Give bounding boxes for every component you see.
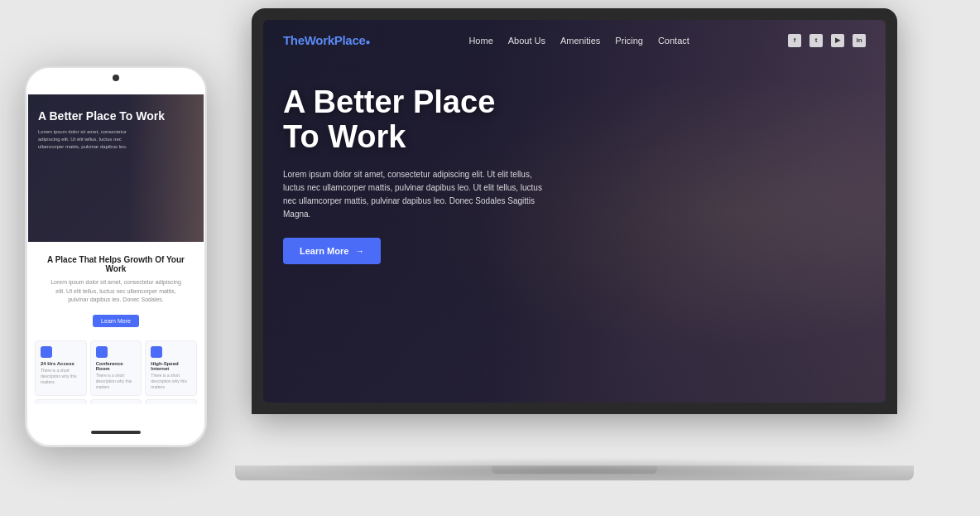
grid-item-6: Pet Friendly There is a short descriptio… xyxy=(145,399,197,405)
grid-icon-1 xyxy=(41,346,52,358)
grid-title-2: Conference Room xyxy=(96,361,137,371)
facebook-icon[interactable]: f xyxy=(788,34,801,47)
grid-text-2: There is a short description why this ma… xyxy=(96,373,137,390)
phone-home-bar xyxy=(91,431,141,434)
laptop-shadow xyxy=(235,457,914,482)
hero-title: A Better Place To Work xyxy=(283,85,866,155)
nav-contact[interactable]: Contact xyxy=(658,36,689,46)
nav-pricing[interactable]: Pricing xyxy=(615,36,643,46)
grid-title-1: 24 Hrs Access xyxy=(41,361,81,366)
phone-camera xyxy=(113,75,119,81)
phone-notch-area xyxy=(26,68,205,94)
learn-more-button[interactable]: Learn More → xyxy=(283,238,381,264)
phone-grid: 24 Hrs Access There is a short descripti… xyxy=(28,340,204,405)
grid-item-1: 24 Hrs Access There is a short descripti… xyxy=(35,340,87,396)
grid-text-1: There is a short description why this ma… xyxy=(41,368,81,385)
phone-hero-content: A Better Place To Work Lorem ipsum dolor… xyxy=(28,93,204,159)
site-logo: TheWorkPlace● xyxy=(283,33,370,47)
laptop-screen: TheWorkPlace● Home About Us Amenities Pr… xyxy=(263,20,886,403)
phone-section2-title: A Place That Helps Growth Of Your Work xyxy=(38,255,194,273)
grid-item-3: High-Speed Internet There is a short des… xyxy=(145,340,197,396)
grid-item-4: Full Kitchen There is a short descriptio… xyxy=(35,399,87,405)
phone-learn-more-button[interactable]: Learn More xyxy=(93,315,139,327)
nav-about[interactable]: About Us xyxy=(508,36,545,46)
nav-social: f t ▶ in xyxy=(788,34,866,47)
scene: TheWorkPlace● Home About Us Amenities Pr… xyxy=(0,0,980,516)
hero-description: Lorem ipsum dolor sit amet, consectetur … xyxy=(283,168,548,221)
arrow-icon: → xyxy=(355,246,364,256)
phone-section2-text: Lorem ipsum dolor sit amet, consectetur … xyxy=(38,278,194,305)
logo-dot: ● xyxy=(366,37,371,46)
phone-hero-section: A Better Place To Work Lorem ipsum dolor… xyxy=(28,93,204,242)
phone-hero-desc: Lorem ipsum dolor sit amet, consectetura… xyxy=(38,128,194,151)
grid-item-5: Wireless Fax & Printer There is a short … xyxy=(90,399,142,405)
nav-links[interactable]: Home About Us Amenities Pricing Contact xyxy=(468,36,689,46)
phone-device: A Better Place To Work Lorem ipsum dolor… xyxy=(25,66,207,447)
phone-section2: A Place That Helps Growth Of Your Work L… xyxy=(28,242,204,340)
grid-icon-3 xyxy=(151,346,162,358)
phone-screen[interactable]: A Better Place To Work Lorem ipsum dolor… xyxy=(28,93,204,404)
phone-hero-title: A Better Place To Work xyxy=(38,109,194,123)
twitter-icon[interactable]: t xyxy=(809,34,823,47)
linkedin-icon[interactable]: in xyxy=(853,34,866,47)
nav-amenities[interactable]: Amenities xyxy=(560,36,600,46)
laptop-device: TheWorkPlace● Home About Us Amenities Pr… xyxy=(252,8,930,497)
nav-home[interactable]: Home xyxy=(468,36,492,46)
laptop-body: TheWorkPlace● Home About Us Amenities Pr… xyxy=(252,8,897,414)
grid-text-3: There is a short description why this ma… xyxy=(151,373,191,390)
grid-title-3: High-Speed Internet xyxy=(151,361,191,371)
grid-icon-2 xyxy=(96,346,108,358)
website-hero: A Better Place To Work Lorem ipsum dolor… xyxy=(263,60,886,264)
website-nav: TheWorkPlace● Home About Us Amenities Pr… xyxy=(263,20,886,60)
youtube-icon[interactable]: ▶ xyxy=(831,34,844,47)
phone-body: A Better Place To Work Lorem ipsum dolor… xyxy=(25,66,207,447)
grid-item-2: Conference Room There is a short descrip… xyxy=(90,340,142,396)
